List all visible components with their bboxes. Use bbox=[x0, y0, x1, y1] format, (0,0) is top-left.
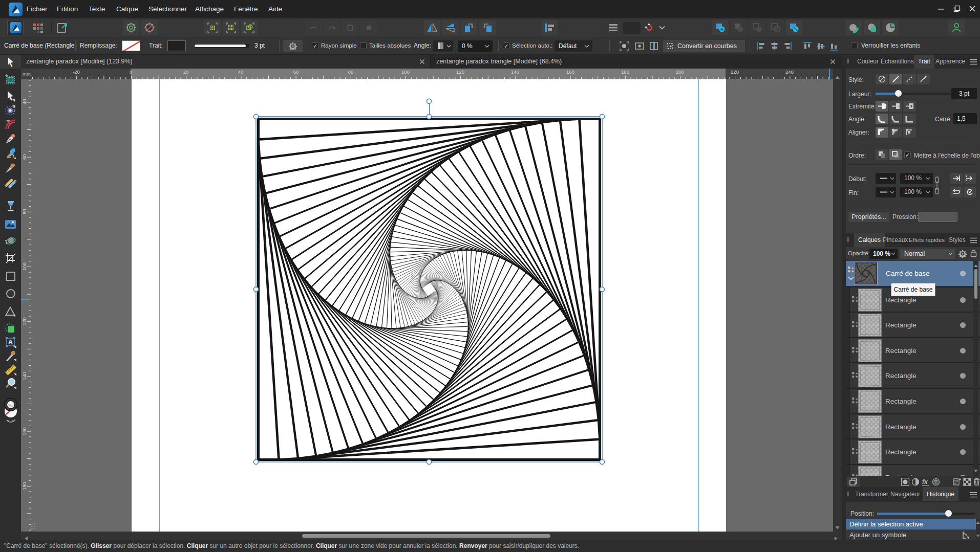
svg-text:A: A bbox=[8, 339, 13, 346]
svg-text:fx: fx bbox=[922, 478, 928, 485]
